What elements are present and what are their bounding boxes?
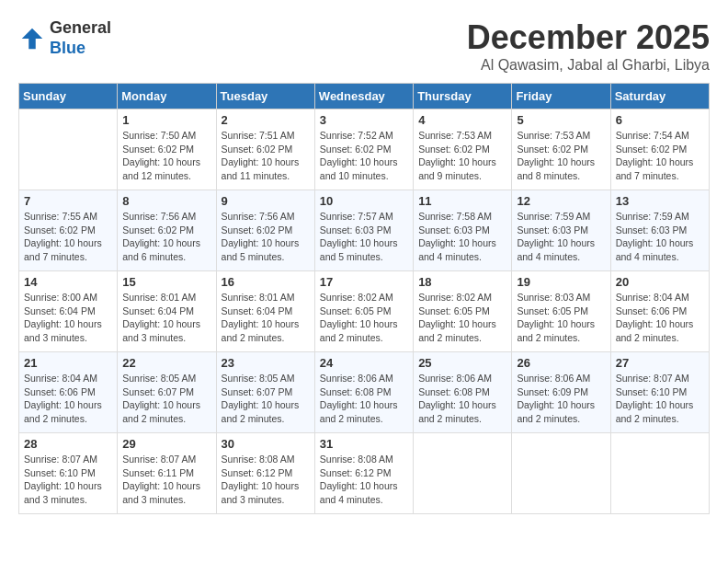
day-info: Sunrise: 7:51 AM Sunset: 6:02 PM Dayligh… xyxy=(222,129,310,183)
day-info: Sunrise: 8:03 AM Sunset: 6:05 PM Dayligh… xyxy=(517,291,605,345)
calendar-cell xyxy=(414,433,512,514)
day-header-friday: Friday xyxy=(512,84,610,109)
day-header-saturday: Saturday xyxy=(610,84,709,109)
day-info: Sunrise: 7:56 AM Sunset: 6:02 PM Dayligh… xyxy=(222,210,310,264)
svg-marker-1 xyxy=(22,28,43,49)
day-number: 21 xyxy=(24,356,112,370)
day-info: Sunrise: 7:55 AM Sunset: 6:02 PM Dayligh… xyxy=(24,210,112,264)
page-header: General Blue December 2025 Al Qawasim, J… xyxy=(18,18,710,74)
calendar-cell: 27Sunrise: 8:07 AM Sunset: 6:10 PM Dayli… xyxy=(610,352,709,433)
calendar-cell: 9Sunrise: 7:56 AM Sunset: 6:02 PM Daylig… xyxy=(216,190,314,271)
day-number: 5 xyxy=(517,113,605,127)
day-info: Sunrise: 8:05 AM Sunset: 6:07 PM Dayligh… xyxy=(222,372,310,426)
day-number: 19 xyxy=(517,275,605,289)
calendar-cell: 23Sunrise: 8:05 AM Sunset: 6:07 PM Dayli… xyxy=(216,352,314,433)
day-info: Sunrise: 7:54 AM Sunset: 6:02 PM Dayligh… xyxy=(616,129,704,183)
day-number: 3 xyxy=(320,113,408,127)
day-info: Sunrise: 7:58 AM Sunset: 6:03 PM Dayligh… xyxy=(418,210,506,264)
day-number: 17 xyxy=(320,275,408,289)
day-number: 23 xyxy=(222,356,310,370)
calendar-cell: 13Sunrise: 7:59 AM Sunset: 6:03 PM Dayli… xyxy=(610,190,709,271)
calendar-cell: 5Sunrise: 7:53 AM Sunset: 6:02 PM Daylig… xyxy=(512,109,610,190)
day-number: 31 xyxy=(320,437,408,451)
day-number: 14 xyxy=(24,275,112,289)
day-info: Sunrise: 7:59 AM Sunset: 6:03 PM Dayligh… xyxy=(616,210,704,264)
calendar-cell: 4Sunrise: 7:53 AM Sunset: 6:02 PM Daylig… xyxy=(414,109,512,190)
calendar-table: SundayMondayTuesdayWednesdayThursdayFrid… xyxy=(18,83,710,514)
calendar-cell: 21Sunrise: 8:04 AM Sunset: 6:06 PM Dayli… xyxy=(19,352,118,433)
calendar-cell: 22Sunrise: 8:05 AM Sunset: 6:07 PM Dayli… xyxy=(118,352,216,433)
logo-text: General Blue xyxy=(50,18,111,58)
day-info: Sunrise: 8:02 AM Sunset: 6:05 PM Dayligh… xyxy=(320,291,408,345)
calendar-cell xyxy=(512,433,610,514)
calendar-cell: 12Sunrise: 7:59 AM Sunset: 6:03 PM Dayli… xyxy=(512,190,610,271)
day-info: Sunrise: 8:08 AM Sunset: 6:12 PM Dayligh… xyxy=(320,453,408,507)
day-header-wednesday: Wednesday xyxy=(314,84,413,109)
calendar-cell: 8Sunrise: 7:56 AM Sunset: 6:02 PM Daylig… xyxy=(118,190,216,271)
calendar-cell: 3Sunrise: 7:52 AM Sunset: 6:02 PM Daylig… xyxy=(314,109,413,190)
day-info: Sunrise: 7:59 AM Sunset: 6:03 PM Dayligh… xyxy=(517,210,605,264)
day-number: 13 xyxy=(616,194,704,208)
day-info: Sunrise: 7:56 AM Sunset: 6:02 PM Dayligh… xyxy=(122,210,210,264)
calendar-cell: 24Sunrise: 8:06 AM Sunset: 6:08 PM Dayli… xyxy=(314,352,413,433)
logo-general: General xyxy=(50,18,111,37)
day-number: 18 xyxy=(418,275,506,289)
day-info: Sunrise: 8:06 AM Sunset: 6:09 PM Dayligh… xyxy=(517,372,605,426)
day-number: 6 xyxy=(616,113,704,127)
day-header-monday: Monday xyxy=(118,84,216,109)
day-number: 12 xyxy=(517,194,605,208)
day-number: 4 xyxy=(418,113,506,127)
month-title: December 2025 xyxy=(467,18,710,57)
calendar-cell: 25Sunrise: 8:06 AM Sunset: 6:08 PM Dayli… xyxy=(414,352,512,433)
day-info: Sunrise: 8:02 AM Sunset: 6:05 PM Dayligh… xyxy=(418,291,506,345)
day-info: Sunrise: 7:53 AM Sunset: 6:02 PM Dayligh… xyxy=(418,129,506,183)
calendar-cell: 11Sunrise: 7:58 AM Sunset: 6:03 PM Dayli… xyxy=(414,190,512,271)
logo-icon xyxy=(18,25,46,52)
calendar-header-row: SundayMondayTuesdayWednesdayThursdayFrid… xyxy=(19,84,710,109)
day-number: 10 xyxy=(320,194,408,208)
day-info: Sunrise: 8:06 AM Sunset: 6:08 PM Dayligh… xyxy=(320,372,408,426)
day-number: 28 xyxy=(24,437,112,451)
day-info: Sunrise: 7:50 AM Sunset: 6:02 PM Dayligh… xyxy=(122,129,210,183)
day-info: Sunrise: 8:07 AM Sunset: 6:11 PM Dayligh… xyxy=(122,453,210,507)
location-subtitle: Al Qawasim, Jabal al Gharbi, Libya xyxy=(467,57,710,74)
calendar-cell: 1Sunrise: 7:50 AM Sunset: 6:02 PM Daylig… xyxy=(118,109,216,190)
calendar-cell: 7Sunrise: 7:55 AM Sunset: 6:02 PM Daylig… xyxy=(19,190,118,271)
logo-blue: Blue xyxy=(50,39,85,57)
week-row-3: 14Sunrise: 8:00 AM Sunset: 6:04 PM Dayli… xyxy=(19,271,710,352)
logo: General Blue xyxy=(18,18,111,58)
day-info: Sunrise: 8:07 AM Sunset: 6:10 PM Dayligh… xyxy=(24,453,112,507)
day-info: Sunrise: 7:57 AM Sunset: 6:03 PM Dayligh… xyxy=(320,210,408,264)
calendar-cell: 19Sunrise: 8:03 AM Sunset: 6:05 PM Dayli… xyxy=(512,271,610,352)
title-block: December 2025 Al Qawasim, Jabal al Gharb… xyxy=(467,18,710,74)
week-row-2: 7Sunrise: 7:55 AM Sunset: 6:02 PM Daylig… xyxy=(19,190,710,271)
calendar-cell: 26Sunrise: 8:06 AM Sunset: 6:09 PM Dayli… xyxy=(512,352,610,433)
day-number: 7 xyxy=(24,194,112,208)
day-number: 1 xyxy=(122,113,210,127)
day-info: Sunrise: 7:52 AM Sunset: 6:02 PM Dayligh… xyxy=(320,129,408,183)
day-header-thursday: Thursday xyxy=(414,84,512,109)
day-info: Sunrise: 8:07 AM Sunset: 6:10 PM Dayligh… xyxy=(616,372,704,426)
week-row-1: 1Sunrise: 7:50 AM Sunset: 6:02 PM Daylig… xyxy=(19,109,710,190)
week-row-5: 28Sunrise: 8:07 AM Sunset: 6:10 PM Dayli… xyxy=(19,433,710,514)
day-number: 24 xyxy=(320,356,408,370)
calendar-cell: 31Sunrise: 8:08 AM Sunset: 6:12 PM Dayli… xyxy=(314,433,413,514)
day-number: 22 xyxy=(122,356,210,370)
calendar-cell: 6Sunrise: 7:54 AM Sunset: 6:02 PM Daylig… xyxy=(610,109,709,190)
calendar-cell: 10Sunrise: 7:57 AM Sunset: 6:03 PM Dayli… xyxy=(314,190,413,271)
calendar-cell: 17Sunrise: 8:02 AM Sunset: 6:05 PM Dayli… xyxy=(314,271,413,352)
calendar-cell: 30Sunrise: 8:08 AM Sunset: 6:12 PM Dayli… xyxy=(216,433,314,514)
day-info: Sunrise: 8:00 AM Sunset: 6:04 PM Dayligh… xyxy=(24,291,112,345)
day-info: Sunrise: 8:04 AM Sunset: 6:06 PM Dayligh… xyxy=(616,291,704,345)
calendar-cell: 20Sunrise: 8:04 AM Sunset: 6:06 PM Dayli… xyxy=(610,271,709,352)
day-info: Sunrise: 8:08 AM Sunset: 6:12 PM Dayligh… xyxy=(222,453,310,507)
day-header-sunday: Sunday xyxy=(19,84,118,109)
day-info: Sunrise: 8:06 AM Sunset: 6:08 PM Dayligh… xyxy=(418,372,506,426)
day-number: 26 xyxy=(517,356,605,370)
calendar-cell xyxy=(19,109,118,190)
day-number: 16 xyxy=(222,275,310,289)
week-row-4: 21Sunrise: 8:04 AM Sunset: 6:06 PM Dayli… xyxy=(19,352,710,433)
day-info: Sunrise: 7:53 AM Sunset: 6:02 PM Dayligh… xyxy=(517,129,605,183)
day-info: Sunrise: 8:04 AM Sunset: 6:06 PM Dayligh… xyxy=(24,372,112,426)
calendar-cell xyxy=(610,433,709,514)
